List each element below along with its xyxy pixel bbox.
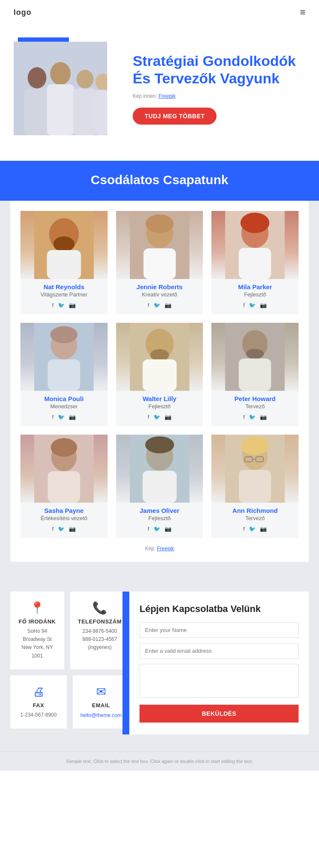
instagram-icon-4[interactable]: 📷 bbox=[165, 414, 171, 420]
svg-point-15 bbox=[145, 214, 174, 233]
hero-people-svg bbox=[14, 42, 107, 135]
team-photo-jennie bbox=[116, 211, 203, 279]
email-icon: ✉ bbox=[80, 685, 122, 699]
contact-form-wrapper: Lépjen Kapcsolatba Velünk BEKÜLDÉS bbox=[129, 592, 309, 734]
team-card-sasha-payne: Sasha Payne Értékesítési vezető f 🐦 📷 bbox=[20, 435, 108, 538]
twitter-icon-2[interactable]: 🐦 bbox=[249, 302, 256, 308]
email-link[interactable]: hello@theme.com bbox=[80, 712, 122, 718]
contact-card-phone: 📞 TELEFONSZÁM 234-9876-5400888-0123-4567… bbox=[70, 592, 129, 669]
team-source-link[interactable]: Freepik bbox=[157, 546, 174, 552]
member-name-5: Peter Howard bbox=[211, 395, 299, 402]
social-icons-7: f 🐦 📷 bbox=[116, 526, 203, 532]
facebook-icon-4[interactable]: f bbox=[148, 414, 149, 420]
member-name-1: Jennie Roberts bbox=[116, 283, 203, 290]
svg-point-23 bbox=[50, 326, 77, 343]
twitter-icon-1[interactable]: 🐦 bbox=[154, 302, 160, 308]
facebook-icon-0[interactable]: f bbox=[52, 302, 54, 308]
team-photo-monica bbox=[20, 323, 108, 391]
twitter-icon-3[interactable]: 🐦 bbox=[58, 414, 65, 420]
svg-point-1 bbox=[28, 67, 46, 88]
twitter-icon-7[interactable]: 🐦 bbox=[154, 526, 160, 532]
svg-rect-40 bbox=[142, 471, 177, 503]
team-photo-walter bbox=[116, 323, 203, 391]
team-photo-peter bbox=[211, 323, 299, 391]
instagram-icon-8[interactable]: 📷 bbox=[260, 526, 267, 532]
twitter-icon-4[interactable]: 🐦 bbox=[154, 414, 160, 420]
member-role-3: Menedzser bbox=[20, 403, 108, 410]
contact-info-row-2: 🖨 FAX 1-234-567-8900 ✉ EMAIL hello@theme… bbox=[10, 675, 129, 729]
footer-note: Sample text. Click to select the text bo… bbox=[0, 751, 319, 771]
facebook-icon-3[interactable]: f bbox=[52, 414, 54, 420]
team-header: Csodálatos Csapatunk bbox=[0, 161, 319, 201]
svg-rect-47 bbox=[239, 470, 271, 503]
team-card-mila-parker: Mila Parker Fejlesztő f 🐦 📷 bbox=[211, 211, 299, 314]
contact-card-office: 📍 FŐ IRODÁNK SoHo 94 Broadway StNew York… bbox=[10, 592, 64, 669]
team-card-james-oliver: James Oliver Fejlesztő f 🐦 📷 bbox=[116, 435, 203, 538]
instagram-icon-3[interactable]: 📷 bbox=[69, 414, 76, 420]
instagram-icon-2[interactable]: 📷 bbox=[260, 302, 267, 308]
contact-info-cols: 📍 FŐ IRODÁNK SoHo 94 Broadway StNew York… bbox=[10, 592, 129, 734]
member-role-8: Tervező bbox=[211, 515, 299, 521]
phone-icon: 📞 bbox=[78, 601, 122, 615]
office-address: SoHo 94 Broadway StNew York, NY 1001 bbox=[18, 627, 57, 660]
team-grid-wrapper: Nat Reynolds Világszerte Partner f 🐦 📷 bbox=[10, 201, 309, 562]
instagram-icon-7[interactable]: 📷 bbox=[165, 526, 171, 532]
facebook-icon-5[interactable]: f bbox=[243, 414, 245, 420]
svg-rect-20 bbox=[239, 248, 271, 279]
twitter-icon-5[interactable]: 🐦 bbox=[249, 414, 256, 420]
svg-point-27 bbox=[150, 349, 169, 361]
instagram-icon-1[interactable]: 📷 bbox=[165, 302, 171, 308]
instagram-icon-5[interactable]: 📷 bbox=[260, 414, 267, 420]
facebook-icon-2[interactable]: f bbox=[243, 302, 245, 308]
member-role-2: Fejlesztő bbox=[211, 291, 299, 298]
hero-section: Stratégiai Gondolkodók És Tervezők Vagyu… bbox=[0, 25, 319, 161]
svg-point-31 bbox=[246, 349, 264, 359]
svg-rect-36 bbox=[48, 471, 80, 503]
svg-rect-16 bbox=[143, 248, 176, 279]
facebook-icon-8[interactable]: f bbox=[243, 526, 245, 532]
member-role-7: Fejlesztő bbox=[116, 515, 203, 521]
facebook-icon-7[interactable]: f bbox=[148, 526, 149, 532]
svg-point-5 bbox=[77, 70, 94, 88]
team-section: Csodálatos Csapatunk Nat bbox=[0, 161, 319, 579]
member-name-6: Sasha Payne bbox=[20, 507, 108, 514]
hero-title: Stratégiai Gondolkodók És Tervezők Vagyu… bbox=[133, 52, 305, 87]
hero-photo bbox=[14, 42, 107, 135]
fax-number: 1-234-567-8900 bbox=[18, 711, 59, 719]
contact-email-input[interactable] bbox=[140, 643, 299, 659]
contact-submit-button[interactable]: BEKÜLDÉS bbox=[140, 705, 299, 723]
team-photo-nat bbox=[20, 211, 108, 279]
contact-message-textarea[interactable] bbox=[140, 664, 299, 698]
hamburger-icon[interactable]: ≡ bbox=[300, 7, 305, 18]
facebook-icon-6[interactable]: f bbox=[52, 526, 54, 532]
svg-rect-32 bbox=[239, 359, 271, 391]
hero-source-link[interactable]: Freepik bbox=[159, 93, 176, 99]
social-icons-5: f 🐦 📷 bbox=[211, 414, 299, 420]
member-role-4: Fejlesztő bbox=[116, 403, 203, 410]
phone-title: TELEFONSZÁM bbox=[78, 618, 122, 625]
member-name-2: Mila Parker bbox=[211, 283, 299, 290]
svg-rect-4 bbox=[47, 84, 74, 135]
twitter-icon-0[interactable]: 🐦 bbox=[58, 302, 65, 308]
team-photo-mila bbox=[211, 211, 299, 279]
member-role-5: Tervező bbox=[211, 403, 299, 410]
office-title: FŐ IRODÁNK bbox=[18, 618, 57, 625]
phone-numbers: 234-9876-5400888-0123-4567(ingyenes) bbox=[78, 627, 122, 652]
svg-point-11 bbox=[53, 236, 74, 252]
social-icons-4: f 🐦 📷 bbox=[116, 414, 203, 420]
team-grid: Nat Reynolds Világszerte Partner f 🐦 📷 bbox=[20, 211, 299, 538]
contact-name-input[interactable] bbox=[140, 622, 299, 638]
hero-source: Kép innen: Freepik bbox=[133, 93, 305, 99]
twitter-icon-8[interactable]: 🐦 bbox=[249, 526, 256, 532]
facebook-icon-1[interactable]: f bbox=[148, 302, 149, 308]
contact-form-title: Lépjen Kapcsolatba Velünk bbox=[140, 603, 299, 615]
svg-rect-8 bbox=[95, 90, 107, 135]
hero-text-block: Stratégiai Gondolkodók És Tervezők Vagyu… bbox=[116, 52, 305, 125]
instagram-icon-0[interactable]: 📷 bbox=[69, 302, 76, 308]
social-icons-2: f 🐦 📷 bbox=[211, 302, 299, 308]
svg-point-3 bbox=[50, 62, 71, 85]
instagram-icon-6[interactable]: 📷 bbox=[69, 526, 76, 532]
learn-more-button[interactable]: TUDJ MEG TÖBBET bbox=[133, 108, 216, 125]
twitter-icon-6[interactable]: 🐦 bbox=[58, 526, 65, 532]
fax-title: FAX bbox=[18, 702, 59, 709]
